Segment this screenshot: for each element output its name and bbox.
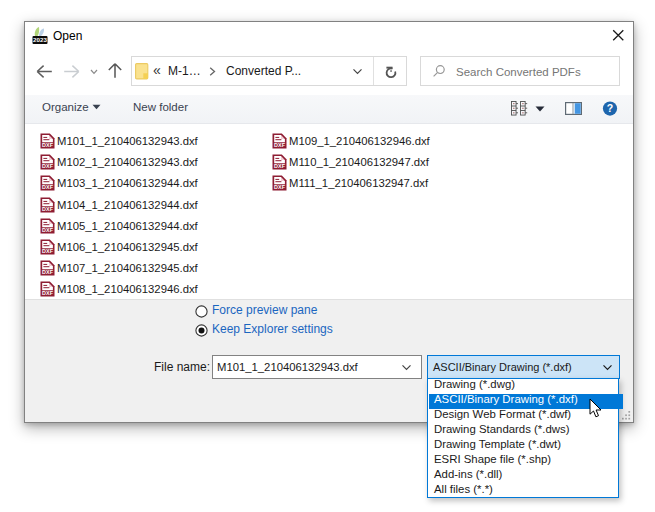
svg-text:DXF: DXF <box>42 184 54 190</box>
svg-text:DXF: DXF <box>42 269 54 275</box>
svg-text:2023: 2023 <box>33 36 47 43</box>
svg-text:DXF: DXF <box>274 184 286 190</box>
svg-text:DXF: DXF <box>42 248 54 254</box>
svg-text:?: ? <box>607 102 613 114</box>
svg-text:DXF: DXF <box>42 206 54 212</box>
svg-text:DXF: DXF <box>42 163 54 169</box>
svg-text:DXF: DXF <box>42 142 54 148</box>
svg-text:DXF: DXF <box>42 227 54 233</box>
svg-text:DXF: DXF <box>274 163 286 169</box>
svg-text:DXF: DXF <box>274 142 286 148</box>
svg-text:DXF: DXF <box>42 290 54 296</box>
